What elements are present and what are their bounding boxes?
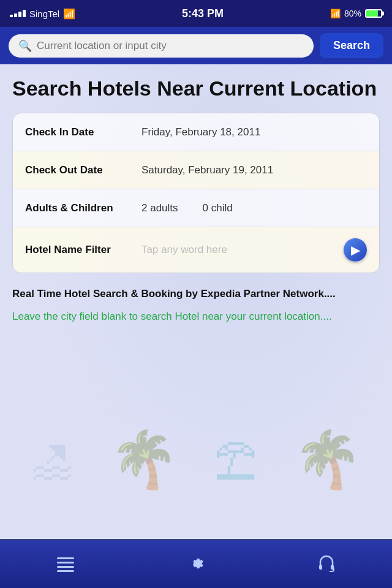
filter-input-wrap: Tap any word here ▶ <box>141 238 367 262</box>
battery-percent: 80% <box>344 9 361 18</box>
hotel-filter-label: Hotel Name Filter <box>25 244 141 256</box>
wifi-icon: 📶 <box>63 8 75 20</box>
decorative-beach: 🏖 🌴 ⛱ 🌴 <box>0 328 392 487</box>
main-content: Search Hotels Near Current Location Chec… <box>0 64 392 542</box>
beach-umbrella-icon: ⛱ <box>214 438 257 487</box>
search-button[interactable]: Search <box>320 33 383 58</box>
signal-icon <box>10 10 26 17</box>
svg-rect-4 <box>319 565 322 570</box>
check-out-row[interactable]: Check Out Date Saturday, February 19, 20… <box>13 151 379 189</box>
headset-icon <box>316 554 337 575</box>
check-out-label: Check Out Date <box>25 164 141 176</box>
page-title: Search Hotels Near Current Location <box>12 77 380 100</box>
tab-support[interactable] <box>316 554 337 575</box>
svg-rect-3 <box>57 570 74 572</box>
beach-lounger-icon: 🏖 <box>31 438 74 487</box>
svg-rect-0 <box>57 557 74 559</box>
svg-rect-1 <box>57 562 74 564</box>
search-glass-icon: 🔍 <box>18 39 32 53</box>
filter-placeholder: Tap any word here <box>141 244 227 256</box>
tab-settings[interactable] <box>186 554 206 575</box>
status-bar: SingTel 📶 5:43 PM 📶 80% <box>0 0 392 27</box>
battery-icon <box>365 9 382 18</box>
adults-children-row[interactable]: Adults & Children 2 adults 0 child <box>13 189 379 227</box>
palm-tree-right-icon: 🌴 <box>293 432 362 487</box>
tab-bar <box>0 539 392 588</box>
info-bold-text: Real Time Hotel Search & Booking by Expe… <box>12 287 380 301</box>
filter-arrow-button[interactable]: ▶ <box>344 238 367 262</box>
check-in-row[interactable]: Check In Date Friday, February 18, 2011 <box>13 113 379 151</box>
check-out-value: Saturday, February 19, 2011 <box>141 164 273 176</box>
search-input[interactable] <box>37 40 304 52</box>
form-card: Check In Date Friday, February 18, 2011 … <box>12 113 380 273</box>
palm-tree-left-icon: 🌴 <box>110 432 178 487</box>
info-hint-text: Leave the city field blank to search Hot… <box>12 309 380 325</box>
carrier-info: SingTel 📶 <box>10 8 75 20</box>
battery-info: 📶 80% <box>330 9 382 18</box>
search-input-wrap[interactable]: 🔍 <box>9 34 314 58</box>
adults-children-values: 2 adults 0 child <box>141 202 233 214</box>
svg-rect-2 <box>57 566 74 568</box>
adults-children-label: Adults & Children <box>25 202 141 214</box>
bluetooth-icon: 📶 <box>330 9 341 18</box>
adults-value: 2 adults <box>141 202 178 214</box>
hotel-filter-row[interactable]: Hotel Name Filter Tap any word here ▶ <box>13 227 379 273</box>
tab-list[interactable] <box>55 554 76 575</box>
status-time: 5:43 PM <box>182 7 224 20</box>
gear-icon <box>186 554 206 575</box>
children-value: 0 child <box>203 202 233 214</box>
list-icon <box>55 554 76 575</box>
carrier-name: SingTel <box>29 9 59 19</box>
check-in-value: Friday, February 18, 2011 <box>141 126 260 138</box>
check-in-label: Check In Date <box>25 126 141 138</box>
search-bar: 🔍 Search <box>0 27 392 64</box>
